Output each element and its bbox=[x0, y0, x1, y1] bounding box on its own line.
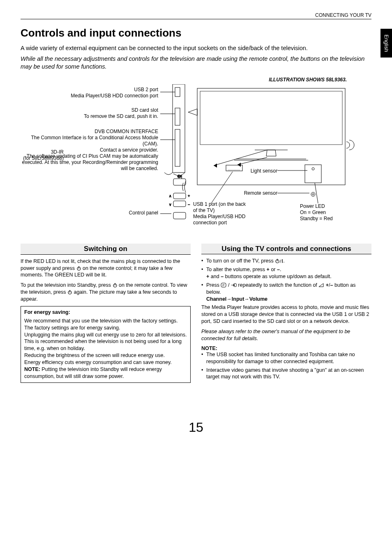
tv-diagram: ⏻/| ∧ ∨ + − bbox=[21, 84, 371, 236]
right-bullets: To turn on or off the TV, press /. To al… bbox=[201, 258, 371, 302]
label-usb2: USB 2 port Media Player/USB HDD connecti… bbox=[21, 87, 158, 99]
page-root: CONNECTING YOUR TV English Controls and … bbox=[0, 0, 392, 447]
box-p1: We recommend that you use the television… bbox=[24, 318, 187, 332]
language-tab: English bbox=[380, 29, 392, 58]
right-note-label: NOTE: bbox=[201, 345, 371, 351]
label-usb1: USB 1 port (on the back of the TV) Media… bbox=[193, 201, 251, 226]
svg-text:+: + bbox=[188, 194, 190, 198]
svg-point-26 bbox=[312, 168, 314, 170]
page-number: 15 bbox=[21, 420, 371, 435]
svg-marker-53 bbox=[319, 283, 323, 287]
svg-text:/: / bbox=[280, 259, 281, 263]
power-bar-icon: / bbox=[275, 258, 283, 263]
top-rule bbox=[21, 19, 371, 19]
svg-marker-35 bbox=[188, 109, 197, 115]
box-p4: Energy efficiency cuts energy consumptio… bbox=[24, 359, 187, 366]
svg-rect-3 bbox=[175, 129, 180, 166]
svg-rect-0 bbox=[173, 84, 185, 173]
svg-text:∨: ∨ bbox=[169, 203, 172, 207]
svg-point-27 bbox=[311, 192, 315, 196]
svg-rect-2 bbox=[175, 108, 180, 125]
svg-marker-20 bbox=[266, 150, 276, 156]
svg-rect-1 bbox=[175, 88, 180, 97]
svg-marker-52 bbox=[234, 284, 235, 286]
label-3d-ir: 3D-IR (for 58L/58M9363) bbox=[21, 149, 64, 161]
right-note-2: Interactive video games that involve sho… bbox=[201, 367, 371, 381]
svg-marker-34 bbox=[238, 163, 241, 167]
left-heading: Switching on bbox=[21, 244, 191, 255]
svg-point-28 bbox=[312, 193, 314, 195]
svg-rect-9 bbox=[173, 193, 186, 199]
box-note: NOTE: Putting the television into Standb… bbox=[24, 366, 187, 380]
right-owner-p: Please always refer to the owner's manua… bbox=[201, 328, 371, 342]
svg-text:∧: ∧ bbox=[169, 194, 172, 198]
intro-paragraph-1: A wide variety of external equipment can… bbox=[21, 44, 371, 53]
volume-triangle-icon bbox=[318, 283, 324, 288]
running-head: CONNECTING YOUR TV bbox=[21, 12, 371, 18]
right-li2-sub: + and – buttons operate as volume up/dow… bbox=[206, 273, 371, 280]
box-p2: Unplugging the mains plug will cut energ… bbox=[24, 332, 187, 352]
box-p3: Reducing the brightness of the screen wi… bbox=[24, 352, 187, 359]
label-remote-sensor: Remote sensor bbox=[226, 190, 277, 196]
power-icon bbox=[76, 266, 81, 271]
label-sd: SD card slot To remove the SD card, push… bbox=[21, 107, 158, 120]
intro-paragraph-2: While all the necessary adjustments and … bbox=[21, 55, 371, 71]
left-p1: If the RED LED is not lit, check that th… bbox=[21, 258, 191, 279]
page-title: Controls and input connections bbox=[21, 27, 371, 39]
right-li2: To alter the volume, press + or –. + and… bbox=[201, 266, 371, 280]
svg-marker-30 bbox=[214, 164, 217, 168]
svg-line-36 bbox=[211, 172, 233, 203]
right-notes: The USB socket has limited functionality… bbox=[201, 351, 371, 381]
right-li3: Press P / repeatedly to switch the funct… bbox=[201, 282, 371, 303]
right-note-1: The USB socket has limited functionality… bbox=[201, 351, 371, 365]
right-li1: To turn on or off the TV, press /. bbox=[201, 258, 371, 265]
power-icon bbox=[113, 283, 118, 288]
left-p2: To put the television into Standby, pres… bbox=[21, 282, 191, 303]
right-media-p: The Media Player feature provides access… bbox=[201, 304, 371, 325]
left-column: Switching on If the RED LED is not lit, … bbox=[21, 244, 191, 383]
box-head: For energy saving: bbox=[24, 309, 187, 316]
svg-rect-18 bbox=[200, 91, 342, 145]
label-power-led: Power LED On = Green Standby = Red bbox=[300, 203, 353, 222]
right-column: Using the TV controls and connections To… bbox=[201, 244, 371, 383]
energy-saving-box: For energy saving: We recommend that you… bbox=[21, 306, 191, 383]
illustration-caption: ILLUSTRATION SHOWS 58L9363. bbox=[21, 77, 371, 83]
svg-line-33 bbox=[238, 157, 267, 165]
svg-text:P: P bbox=[223, 283, 225, 287]
right-li3-sub: Channel→Input→Volume bbox=[206, 296, 371, 303]
svg-rect-10 bbox=[173, 201, 186, 207]
label-light-sensor: Light sensor bbox=[230, 168, 277, 174]
svg-line-37 bbox=[315, 183, 318, 203]
p-box-icon: P bbox=[221, 283, 226, 288]
svg-rect-7 bbox=[173, 179, 186, 185]
svg-text:−: − bbox=[188, 203, 190, 207]
label-control-panel: Control panel bbox=[21, 210, 158, 216]
svg-rect-11 bbox=[173, 212, 186, 219]
power-icon bbox=[67, 290, 72, 295]
input-arrow-icon bbox=[231, 283, 237, 288]
right-heading: Using the TV controls and connections bbox=[201, 244, 371, 255]
two-column-area: Switching on If the RED LED is not lit, … bbox=[21, 244, 371, 383]
